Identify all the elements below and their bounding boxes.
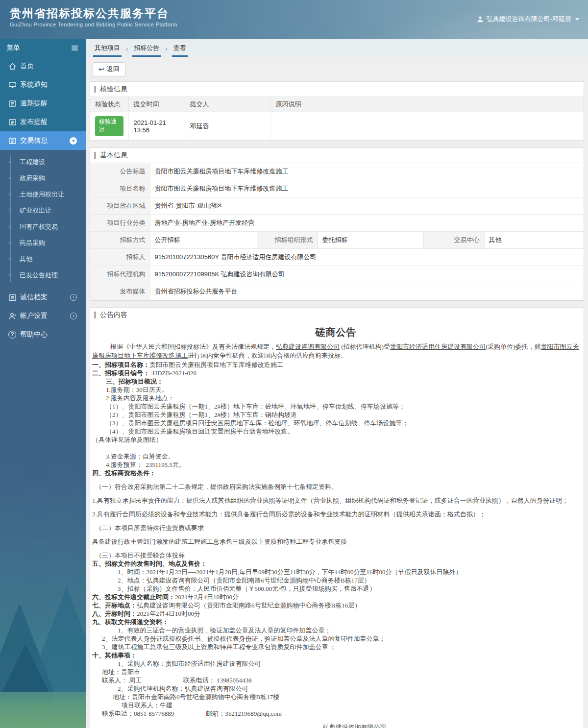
return-icon: ↩	[98, 66, 104, 73]
sidebar-subitem[interactable]: 国有产权交易	[0, 218, 86, 235]
verification-panel-header: 核验信息	[90, 82, 584, 97]
submitter-cell: 邓廷容	[185, 112, 270, 141]
breadcrumb-tender-announcement[interactable]: 招标公告	[132, 40, 161, 57]
sidebar-item-integrity-archive[interactable]: 诚信档案 ›	[0, 288, 86, 307]
document-line: 具备建设行政主管部门颁发的建筑工程施工总承包三级及以上资质和特种工程专业承包资质	[92, 537, 580, 546]
field-label: 项目名称	[90, 180, 150, 197]
sidebar-subitem[interactable]: 其他	[0, 251, 86, 267]
chevron-down-icon	[70, 137, 77, 145]
table-row: 项目名称 贵阳市图云关廉租房项目地下车库维修改造施工	[90, 180, 584, 197]
section-title: 公告内容	[100, 311, 127, 319]
line-heading: 六、投标文件递交截止时间：	[92, 593, 175, 601]
hamburger-icon[interactable]	[72, 46, 78, 50]
line-text: 3.资金来源：自筹资金。	[106, 453, 174, 460]
line-text: 联系电话：0851-85776889 邮箱：3521219689@qq.com	[102, 710, 282, 717]
document-icon	[8, 118, 17, 126]
sidebar-subitem[interactable]: 矿业权出让	[0, 202, 86, 218]
document-line: 1、有效的三证合一的营业执照，验证加盖公章及法人章的复印件加盖公章；	[92, 626, 580, 634]
sidebar-item-label: 帐户设置	[20, 312, 48, 320]
document-line: （1）、贵阳市图云关廉租房（一期1、2#楼）地下车库：砼地坪、环氧地坪、停车位划…	[92, 402, 580, 411]
bullet-icon	[9, 225, 11, 228]
main-content: 其他项目 › 招标公告 › 查看 ↩ 返回 核验信息	[86, 39, 588, 728]
document-line: （具体详见清单及图纸）	[92, 436, 580, 444]
sidebar-menu-header: 菜单	[0, 39, 86, 57]
sidebar-item-transaction-info[interactable]: 交易信息	[0, 131, 86, 150]
sidebar-item-publish-reminder[interactable]: 发布提醒	[0, 113, 86, 131]
document-line	[92, 444, 580, 452]
document-line: 1、时间：2021年1月22日----2021年1月28日,每日早09时30分至…	[92, 568, 580, 576]
region-value: 贵州省-贵阳市-观山湖区	[150, 197, 584, 215]
line-text: （三）本项目不接受联合体投标	[96, 552, 185, 559]
person-icon	[8, 312, 17, 320]
line-text: 1、时间：2021年1月22日----2021年1月28日,每日早09时30分至…	[118, 568, 462, 576]
document-line: 1、采购人名称：贵阳市经济适用住房建设有限公司	[92, 659, 580, 668]
toolbar: ↩ 返回	[86, 57, 588, 81]
sidebar-subitem[interactable]: 政府采购	[0, 170, 86, 186]
subitem-label: 矿业权出让	[20, 206, 51, 215]
section-title: 核验信息	[100, 85, 127, 94]
document-line: 联系电话：0851-85776889 邮箱：3521219689@qq.com	[92, 709, 580, 718]
document-line: 十、其他事项：	[92, 651, 580, 659]
document-line: （2）、贵阳市图云关廉租房（一期1、2#楼）地下车库：钢结构坡道	[92, 411, 580, 419]
sidebar-item-overdue-reminder[interactable]: 逾期提醒	[0, 94, 86, 113]
line-text: 2021年2月4日10时00分	[137, 610, 200, 617]
document-line: 3、招标（采购）文件售价：人民币伍佰元整（￥500.00元/包，只接受现场购买，…	[92, 584, 580, 593]
line-text: 弘典建设咨询有限公司	[323, 724, 387, 728]
breadcrumb-other-projects[interactable]: 其他项目	[93, 40, 122, 57]
sidebar-item-home[interactable]: 首页	[0, 57, 86, 75]
intro-text: 根据《中华人民共和国招标投标法》及有关法律法规规定，	[110, 343, 276, 350]
sidebar-subitem[interactable]: 已发公告处理	[0, 267, 86, 283]
verification-table: 核验状态 提交时间 提交人 原因说明 核验通过 2021-01-21 13:56…	[90, 97, 584, 141]
basic-info-table: 公告标题 贵阳市图云关廉租房项目地下车库维修改造施工 项目名称 贵阳市图云关廉租…	[90, 163, 584, 300]
line-text: 2、法定代表人身份证或授权委托书、被授权代表身份证，验证加盖公章及法人章的复印件…	[102, 635, 386, 642]
sidebar-subitem[interactable]: 药品采购	[0, 235, 86, 251]
line-text: （具体详见清单及图纸）	[92, 436, 162, 443]
bullet-icon	[9, 242, 11, 244]
sidebar-subitem[interactable]: 土地使用权出让	[0, 186, 86, 202]
chevron-right-icon: ›	[70, 313, 77, 319]
col-reason: 原因说明	[270, 97, 584, 112]
sidebar-subitem[interactable]: 工程建设	[0, 154, 86, 170]
line-heading: 二、招标项目编号：	[92, 369, 149, 377]
line-text: 2、地点：弘典建设咨询有限公司（贵阳市金阳南路6号世纪金源购物中心商务楼B栋17…	[118, 577, 370, 584]
line-text: 1、有效的三证合一的营业执照，验证加盖公章及法人章的复印件加盖公章；	[118, 627, 331, 634]
subitem-label: 工程建设	[20, 158, 45, 167]
line-text: 3、建筑工程施工总承包三级及以上资质和特种工程专业承包资质复印件加盖公章 ；	[102, 643, 336, 651]
sidebar-item-label: 系统通知	[20, 80, 48, 89]
org-form-value: 委托招标	[318, 232, 423, 249]
line-text: 1、采购人名称：贵阳市经济适用住房建设有限公司	[118, 660, 261, 667]
user-menu[interactable]: 弘典建设咨询有限公司-邓廷容	[477, 15, 579, 24]
sidebar-item-account-settings[interactable]: 帐户设置 ›	[0, 307, 86, 325]
line-text: （3）、贵阳市图云关廉租房项目回迁安置用房地下车库：砼地坪、环氧地坪、停车位划线…	[106, 419, 409, 427]
document-line: 2.具有履行合同所必须的设备和专业技术能力：提供具备履行合同所必需的设备和专业技…	[92, 510, 580, 518]
breadcrumb-separator: ›	[122, 41, 132, 57]
line-heading: 三、招标项目概况：	[106, 378, 163, 385]
line-heading: 七、开标地点：	[92, 602, 137, 609]
chevron-right-icon: ›	[70, 294, 77, 301]
line-heading: 一、招标项目名称：	[92, 361, 149, 368]
table-header-row: 核验状态 提交时间 提交人 原因说明	[90, 97, 584, 112]
document-line: 八、开标时间：2021年2月4日10时00分	[92, 609, 580, 618]
line-text: （4）、贵阳市图云关廉租房项目回迁安置用房平台沥青地坪改造。	[106, 428, 294, 435]
back-button[interactable]: ↩ 返回	[93, 62, 125, 76]
document-line: 1.具有独立承担民事责任的能力：提供法人或其他组织的营业执照等证明文件（营业执照…	[92, 496, 580, 505]
document-line: 一、招标项目名称：贵阳市图云关廉租房项目地下车库维修改造施工	[92, 361, 580, 369]
document-line: （二）本项目所需特殊行业资质或要求	[92, 524, 580, 532]
table-row: 项目所在区域 贵州省-贵阳市-观山湖区	[90, 197, 584, 215]
document-line: 3.资金来源：自筹资金。	[92, 452, 580, 461]
document-title: 磋商公告	[92, 326, 580, 339]
bullet-icon	[9, 161, 11, 163]
line-heading: 五、招标文件的发售时间、地点及售价：	[92, 560, 207, 567]
sidebar-item-system-notice[interactable]: 系统通知	[0, 75, 86, 94]
intro-text: 进行国内竞争性磋商，欢迎国内合格的供应商前来投标。	[188, 352, 347, 359]
document-line: （3）、贵阳市图云关廉租房项目回迁安置用房地下车库：砼地坪、环氧地坪、停车位划线…	[92, 419, 580, 427]
sidebar-item-label: 首页	[20, 62, 34, 71]
verify-status-cell: 核验通过	[90, 112, 128, 141]
breadcrumb-separator: ›	[161, 41, 172, 57]
breadcrumb-view[interactable]: 查看	[172, 40, 188, 57]
line-text: 地址：贵阳市金阳南路6号世纪金源购物中心商务楼B栋17楼	[113, 693, 279, 701]
bullet-icon	[9, 209, 11, 212]
sidebar-item-help-center[interactable]: ? 帮助中心	[0, 325, 86, 344]
document-line: （三）本项目不接受联合体投标	[92, 551, 580, 559]
line-heading: 九、获取文件须递交资料：	[92, 618, 169, 626]
